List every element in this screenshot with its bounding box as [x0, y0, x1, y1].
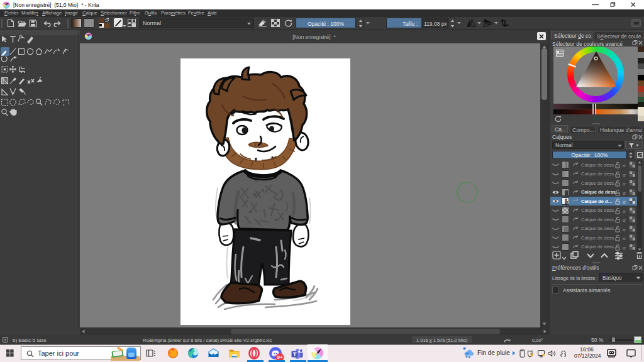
- svg-text:α: α: [623, 207, 626, 214]
- svg-text:α: α: [623, 171, 626, 177]
- svg-text:α: α: [623, 217, 626, 223]
- svg-text:α: α: [623, 199, 626, 205]
- svg-text:α: α: [623, 180, 626, 187]
- svg-text:α: α: [623, 189, 626, 195]
- svg-text:9+: 9+: [277, 354, 282, 360]
- svg-text:α: α: [623, 244, 626, 250]
- svg-text:α: α: [623, 226, 626, 232]
- svg-text:α: α: [623, 235, 626, 241]
- svg-text:α: α: [623, 162, 626, 168]
